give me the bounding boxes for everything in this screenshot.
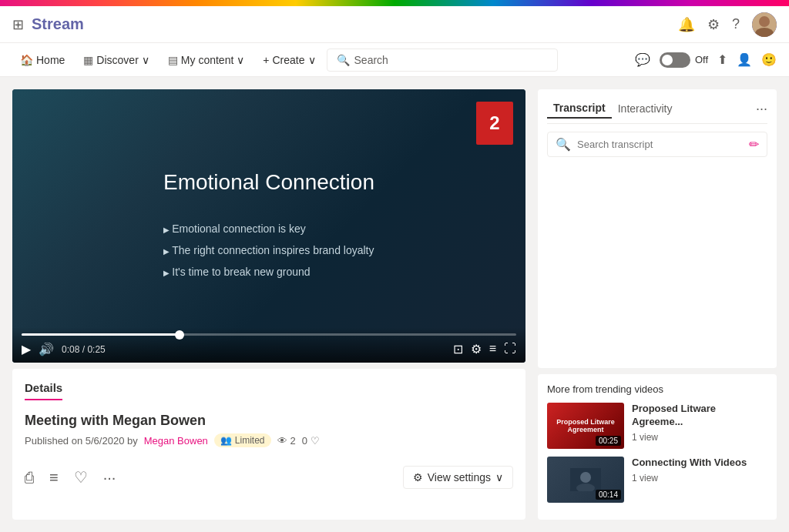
like-number: 0	[302, 435, 307, 447]
main-content: 2 Emotional Connection Emotional connect…	[0, 77, 789, 532]
details-section: Details Meeting with Megan Bowen Publish…	[12, 369, 525, 520]
bullet-3: It's time to break new ground	[163, 261, 374, 283]
transcript-button[interactable]: ≡	[49, 469, 59, 487]
nav-create[interactable]: + Create ∨	[255, 48, 323, 72]
nav-mycontent[interactable]: ▤ My content ∨	[160, 48, 252, 72]
view-number: 2	[290, 435, 296, 447]
video-card-title-1: Proposed Litware Agreeme...	[632, 403, 767, 429]
left-column: 2 Emotional Connection Emotional connect…	[12, 89, 525, 520]
like-count: 0 ♡	[302, 435, 320, 447]
search-label: Search	[354, 54, 388, 66]
trending-title: More from trending videos	[547, 383, 767, 395]
toggle-control[interactable]	[660, 52, 690, 68]
toggle-label: Off	[695, 54, 708, 65]
nav-discover-label: Discover	[96, 54, 138, 66]
discover-icon: ▦	[83, 54, 93, 66]
settings-icon[interactable]: ⚙	[707, 16, 720, 33]
bell-icon[interactable]: 🔔	[678, 16, 695, 33]
slide-bullets: Emotional connection is key The right co…	[163, 218, 374, 283]
thumb-text-1: Proposed Litware Agreement	[547, 415, 624, 437]
progress-fill	[22, 333, 180, 336]
panel-menu-button[interactable]: ···	[756, 101, 767, 117]
emoji-icon[interactable]: 🙂	[761, 52, 777, 67]
search-icon: 🔍	[337, 54, 350, 66]
play-button[interactable]: ▶	[22, 342, 31, 356]
tab-interactivity[interactable]: Interactivity	[612, 99, 679, 118]
settings-gear-icon: ⚙	[413, 471, 423, 483]
more-button[interactable]: ···	[103, 469, 116, 487]
search-transcript-icon: 🔍	[556, 137, 571, 152]
progress-bar[interactable]	[22, 333, 516, 336]
avatar[interactable]	[752, 12, 777, 37]
like-icon: ♡	[311, 435, 320, 447]
transcript-panel: Transcript Interactivity ··· 🔍 ✏	[538, 89, 777, 368]
details-header: Details	[25, 381, 62, 400]
view-count: 👁 2	[277, 435, 296, 447]
toggle-thumb	[662, 55, 673, 65]
slide-title: Emotional Connection	[163, 170, 374, 195]
nav-discover[interactable]: ▦ Discover ∨	[76, 48, 156, 72]
thumb-duration-2: 00:14	[596, 490, 621, 500]
slide-number: 2	[476, 102, 513, 145]
quality-button[interactable]: ⚙	[471, 342, 482, 356]
bullet-2: The right connection inspires brand loya…	[163, 239, 374, 261]
toggle-switch[interactable]: Off	[660, 52, 708, 68]
title-bar: ⊞ Stream 🔔 ⚙ ?	[0, 6, 789, 43]
like-button[interactable]: ♡	[74, 468, 88, 487]
nav-bar: 🏠 Home ▦ Discover ∨ ▤ My content ∨ + Cre…	[0, 43, 789, 77]
mycontent-icon: ▤	[168, 54, 178, 66]
limited-badge: 👥 Limited	[214, 433, 271, 447]
discover-chevron-icon: ∨	[142, 54, 149, 66]
video-player: 2 Emotional Connection Emotional connect…	[12, 89, 525, 363]
highlight-icon[interactable]: ✏	[749, 137, 759, 152]
person-icon[interactable]: 👤	[737, 52, 752, 67]
published-text: Published on 5/6/2020 by	[25, 435, 138, 447]
chat-icon[interactable]: 💬	[635, 52, 650, 67]
nav-mycontent-label: My content	[181, 54, 233, 66]
nav-create-label: Create	[273, 54, 305, 66]
mycontent-chevron-icon: ∨	[237, 54, 244, 66]
author-link[interactable]: Megan Bowen	[144, 435, 208, 447]
upload-icon[interactable]: ⬆	[717, 52, 727, 67]
trending-video-1[interactable]: Proposed Litware Agreement 00:25 Propose…	[547, 403, 767, 449]
video-controls: ▶ 🔊 0:08 / 0:25 ⊡ ⚙ ≡ ⛶	[12, 327, 525, 363]
action-bar: ⎙ ≡ ♡ ··· ⚙ View settings ∨	[25, 460, 513, 489]
video-card-views-2: 1 view	[632, 473, 767, 483]
rainbow-bar	[0, 0, 789, 6]
video-content: 2 Emotional Connection Emotional connect…	[12, 89, 525, 363]
svg-point-1	[759, 16, 770, 27]
video-title: Meeting with Megan Bowen	[25, 413, 513, 429]
transcript-toggle-button[interactable]: ≡	[489, 342, 496, 356]
svg-point-4	[580, 472, 591, 483]
caption-button[interactable]: ⊡	[453, 342, 463, 356]
view-settings-chevron-icon: ∨	[495, 471, 503, 483]
app-title: Stream	[32, 15, 84, 33]
create-plus-icon: +	[263, 54, 269, 66]
video-card-views-1: 1 view	[632, 432, 767, 443]
search-bar[interactable]: 🔍 Search	[327, 49, 558, 72]
view-settings-label: View settings	[428, 471, 491, 483]
view-settings-button[interactable]: ⚙ View settings ∨	[403, 466, 513, 489]
nav-home-label: Home	[36, 54, 65, 66]
view-icon: 👁	[277, 435, 287, 447]
home-icon: 🏠	[20, 54, 33, 66]
trending-section: More from trending videos Proposed Litwa…	[538, 374, 777, 520]
create-chevron-icon: ∨	[308, 54, 316, 66]
tab-transcript[interactable]: Transcript	[547, 99, 612, 119]
help-icon[interactable]: ?	[732, 16, 740, 32]
controls-row: ▶ 🔊 0:08 / 0:25 ⊡ ⚙ ≡ ⛶	[22, 342, 516, 356]
grid-icon[interactable]: ⊞	[12, 16, 24, 33]
video-meta: Published on 5/6/2020 by Megan Bowen 👥 L…	[25, 433, 513, 447]
video-info-2: Connecting With Videos 1 view	[632, 457, 767, 503]
video-thumb-1: Proposed Litware Agreement 00:25	[547, 403, 624, 449]
video-thumb-2: 00:14	[547, 457, 624, 503]
share-button[interactable]: ⎙	[25, 469, 34, 487]
nav-home[interactable]: 🏠 Home	[12, 48, 72, 72]
video-card-title-2: Connecting With Videos	[632, 457, 767, 470]
progress-thumb[interactable]	[175, 330, 184, 340]
search-transcript: 🔍 ✏	[547, 132, 767, 157]
search-transcript-input[interactable]	[577, 139, 743, 150]
trending-video-2[interactable]: 00:14 Connecting With Videos 1 view	[547, 457, 767, 503]
fullscreen-button[interactable]: ⛶	[504, 342, 516, 356]
volume-button[interactable]: 🔊	[39, 342, 54, 356]
